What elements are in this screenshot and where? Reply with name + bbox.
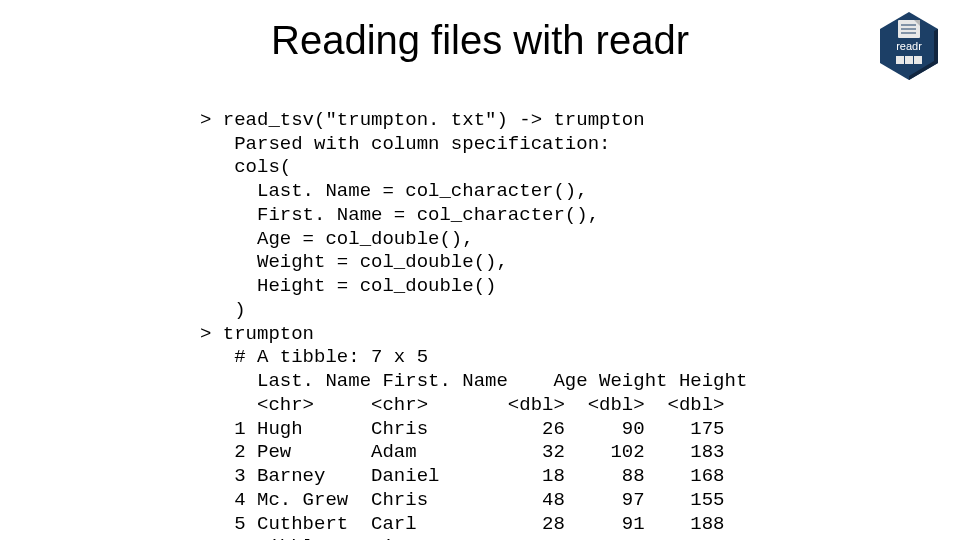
code-line: First. Name = col_character(),	[200, 204, 599, 226]
code-line: 4 Mc. Grew Chris 48 97 155	[200, 489, 725, 511]
code-line: # A tibble: 7 x 5	[200, 346, 428, 368]
logo-label: readr	[896, 40, 922, 52]
code-line: 3 Barney Daniel 18 88 168	[200, 465, 725, 487]
code-line: )	[200, 299, 246, 321]
code-block: > read_tsv("trumpton. txt") -> trumpton …	[200, 85, 747, 540]
svg-rect-8	[905, 56, 913, 64]
code-line: 6 Dibble Liam 35 94 145	[200, 536, 725, 540]
code-line: cols(	[200, 156, 291, 178]
code-line: Last. Name = col_character(),	[200, 180, 588, 202]
code-line: Age = col_double(),	[200, 228, 474, 250]
hexagon-icon: readr	[878, 10, 940, 82]
svg-rect-7	[896, 56, 904, 64]
code-line: 2 Pew Adam 32 102 183	[200, 441, 725, 463]
code-line: Height = col_double()	[200, 275, 496, 297]
svg-rect-9	[914, 56, 922, 64]
slide: Reading files with readr readr > read_ts…	[0, 0, 960, 540]
readr-logo: readr	[878, 10, 940, 82]
code-line: > read_tsv("trumpton. txt") -> trumpton	[200, 109, 645, 131]
code-line: 1 Hugh Chris 26 90 175	[200, 418, 725, 440]
code-line: > trumpton	[200, 323, 314, 345]
code-line: <chr> <chr> <dbl> <dbl> <dbl>	[200, 394, 725, 416]
code-line: Parsed with column specification:	[200, 133, 610, 155]
page-title: Reading files with readr	[0, 18, 960, 63]
code-line: Weight = col_double(),	[200, 251, 508, 273]
code-line: 5 Cuthbert Carl 28 91 188	[200, 513, 725, 535]
code-line: Last. Name First. Name Age Weight Height	[200, 370, 747, 392]
